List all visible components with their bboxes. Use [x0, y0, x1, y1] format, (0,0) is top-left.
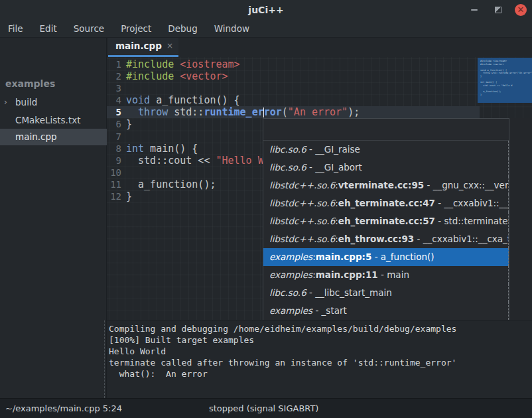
stack-trace-list: libc.so.6 - __GI_raiselibc.so.6 - __GI_a…	[263, 141, 509, 320]
close-button[interactable]: ✕	[515, 4, 527, 16]
code-segment: std::	[168, 106, 204, 118]
code-segment: <vector>	[180, 70, 228, 82]
stack-frame-item[interactable]: libstdc++.so.6:eh_terminate.cc:47 - __cx…	[263, 194, 509, 212]
terminal-line: terminate called after throwing an insta…	[109, 357, 532, 368]
tab-main-cpp[interactable]: main.cpp ×	[108, 38, 178, 57]
code-segment: #include	[126, 58, 180, 70]
stack-frame-item[interactable]: libc.so.6 - __GI_abort	[263, 159, 509, 176]
frame-function: - __GI_raise	[306, 144, 360, 155]
terminal-output[interactable]: Compiling and debugging /home/eidheim/ex…	[107, 320, 532, 398]
terminal-line: [100%] Built target examples	[109, 334, 532, 346]
stack-frame-item[interactable]: libstdc++.so.6:eh_terminate.cc:57 - std:…	[263, 212, 509, 230]
code-segment: }	[126, 118, 132, 130]
menubar: FileEditSourceProjectDebugWindow	[0, 20, 532, 38]
stack-frame-item[interactable]: examples - _start	[263, 302, 509, 320]
stack-frame-item[interactable]: libstdc++.so.6:vterminate.cc:95 - __gnu_…	[263, 176, 509, 194]
code-preview-overlay: #include <iostream>#include <vector> voi…	[478, 58, 532, 103]
code-text: #include <iostream>	[126, 58, 240, 70]
preview-line: throw std::runtime_error("An error");	[480, 72, 532, 75]
frame-library: examples	[269, 251, 312, 262]
line-number: 11	[107, 178, 121, 190]
close-icon: ✕	[517, 5, 525, 14]
statusbar: ~/examples/main.cpp 5:24 stopped (signal…	[0, 398, 532, 418]
stack-frame-item[interactable]: libc.so.6 - __libc_start_main	[263, 284, 509, 302]
sidebar-item-label: main.cpp	[15, 129, 57, 145]
tab-bar: main.cpp ×	[107, 38, 532, 57]
restore-icon	[495, 7, 501, 13]
frame-library: libc.so.6	[269, 287, 306, 298]
menu-item-window[interactable]: Window	[214, 23, 249, 34]
terminal-line: Hello World	[109, 346, 532, 357]
tab-label: main.cpp	[115, 40, 162, 51]
project-name: examples	[5, 78, 55, 89]
menu-item-file[interactable]: File	[8, 23, 23, 34]
line-number: 7	[107, 131, 121, 143]
frame-function: - std::terminate()	[435, 216, 509, 226]
code-segment: std::cout <<	[126, 155, 216, 167]
frame-function: - main	[378, 269, 409, 280]
terminal-line: what(): An error	[109, 368, 532, 380]
sidebar-item-build[interactable]: ›build	[0, 94, 107, 111]
status-file-location: ~/examples/main.cpp 5:24	[5, 399, 122, 418]
menu-item-debug[interactable]: Debug	[168, 23, 197, 34]
window-title: juCi++	[0, 0, 532, 20]
sidebar-item-label: CMakeLists.txt	[15, 112, 81, 129]
code-text: a_function();	[126, 178, 216, 190]
sidebar-item-cmakelists-txt[interactable]: CMakeLists.txt	[0, 112, 107, 129]
frame-function: - _start	[312, 305, 347, 316]
minimize-button[interactable]	[468, 4, 480, 16]
code-segment: #include	[126, 70, 180, 82]
stack-trace-popup: libc.so.6 - __GI_raiselibc.so.6 - __GI_a…	[263, 118, 509, 320]
minimize-icon	[471, 9, 478, 11]
code-text: int main() {	[126, 143, 198, 155]
code-segment: void	[126, 94, 150, 106]
code-segment: int	[126, 143, 144, 155]
frame-file-line: eh_terminate.cc:47	[338, 198, 435, 208]
line-number: 9	[107, 155, 121, 167]
titlebar[interactable]: juCi++ ✕	[0, 0, 532, 21]
stack-frame-item[interactable]: libc.so.6 - __GI_raise	[263, 141, 509, 159]
frame-function: - __cxxabiv1::__tern	[435, 198, 509, 208]
frame-function: - __GI_abort	[306, 162, 362, 173]
stack-frame-item[interactable]: examples:main.cpp:11 - main	[263, 266, 509, 284]
frame-function: - __gnu_cxx::__verbos	[424, 180, 509, 190]
preview-line: }	[480, 94, 532, 97]
frame-library: libstdc++.so.6	[269, 198, 335, 208]
frame-library: libstdc++.so.6	[269, 234, 335, 244]
chevron-right-icon[interactable]: ›	[4, 94, 13, 111]
code-text: }	[126, 190, 132, 202]
line-number: 8	[107, 143, 121, 155]
tab-close-icon[interactable]: ×	[166, 41, 173, 50]
code-line: 2#include <vector>	[107, 70, 532, 82]
line-number: 10	[107, 167, 121, 178]
code-segment: ror	[264, 106, 282, 118]
frame-function: - __libc_start_main	[306, 287, 392, 298]
line-number: 5	[107, 106, 121, 118]
menu-item-project[interactable]: Project	[121, 23, 151, 34]
code-segment: main() {	[144, 143, 198, 155]
frame-library: libstdc++.so.6	[269, 180, 335, 190]
pane-splitter[interactable]	[104, 320, 105, 398]
frame-file-line: vterminate.cc:95	[338, 180, 424, 190]
popup-filter-box[interactable]	[263, 119, 509, 141]
code-line: 5 throw std::runtime_error("An error");	[107, 106, 480, 118]
frame-file-line: eh_terminate.cc:57	[338, 216, 435, 226]
code-line: 3	[107, 82, 532, 94]
line-number: 2	[107, 70, 121, 82]
frame-function: - a_function()	[371, 251, 434, 262]
code-text: throw std::runtime_error("An error");	[126, 106, 360, 118]
maximize-button[interactable]	[492, 4, 504, 16]
stack-frame-item[interactable]: libstdc++.so.6:eh_throw.cc:93 - __cxxabi…	[263, 230, 509, 248]
code-editor[interactable]: 1#include <iostream>2#include <vector>34…	[107, 57, 532, 320]
code-segment: );	[348, 106, 360, 118]
file-tree-panel: examples ›buildCMakeLists.txtmain.cpp	[0, 38, 107, 398]
code-segment: "An error"	[288, 106, 348, 118]
line-number: 3	[107, 82, 121, 94]
menu-item-source[interactable]: Source	[74, 23, 104, 34]
status-debug-state: stopped (signal SIGABRT)	[209, 399, 318, 418]
sidebar-item-main-cpp[interactable]: main.cpp	[0, 129, 107, 145]
code-segment: runtime_er	[204, 106, 263, 118]
stack-frame-item[interactable]: examples:main.cpp:5 - a_function()	[263, 248, 509, 266]
code-segment: throw	[138, 106, 168, 118]
menu-item-edit[interactable]: Edit	[40, 23, 57, 34]
